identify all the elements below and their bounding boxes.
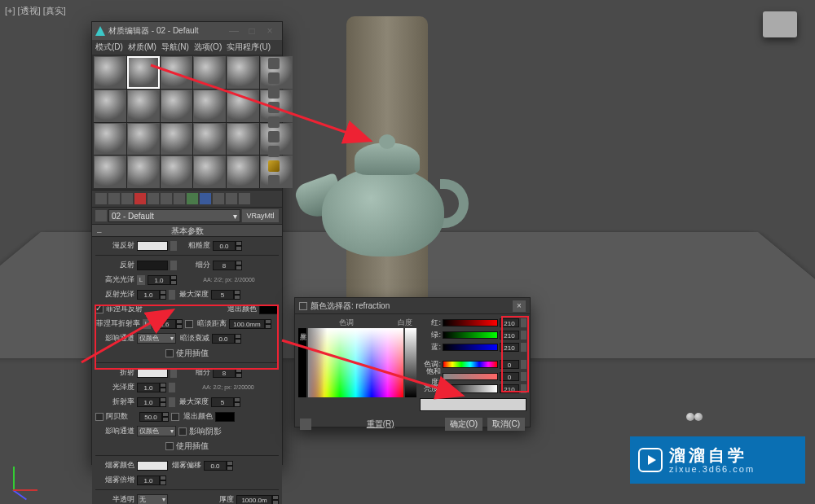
blackness-slider[interactable]: 黑度 (298, 328, 306, 397)
reflect-swatch[interactable] (137, 261, 168, 270)
reflect-gloss-spinner[interactable]: 1.0 (137, 290, 166, 300)
reflect-map-slot[interactable] (170, 261, 177, 270)
fog-color-swatch[interactable] (137, 461, 168, 471)
whiteness-slider[interactable] (405, 328, 416, 397)
material-slot[interactable] (94, 123, 126, 156)
slider-val[interactable] (443, 384, 498, 393)
make-copy-icon[interactable] (148, 193, 159, 204)
spinner-green[interactable] (521, 331, 526, 340)
refract-exitcolor-swatch[interactable] (215, 412, 235, 422)
go-forward-icon[interactable] (239, 193, 250, 204)
options-icon[interactable] (268, 146, 280, 157)
ior-spinner[interactable]: 1.0 (137, 397, 166, 407)
ok-button[interactable]: 确定(O) (445, 418, 482, 431)
reflect-subdiv-spinner[interactable]: 8 (213, 261, 242, 270)
material-slot[interactable] (227, 123, 259, 156)
material-slot[interactable] (227, 90, 259, 122)
material-slot[interactable] (127, 123, 160, 156)
material-slot[interactable] (227, 156, 259, 188)
cancel-button[interactable]: 取消(C) (487, 418, 525, 431)
slider-sat[interactable] (443, 373, 498, 380)
hue-sat-field[interactable] (308, 328, 403, 397)
dimdist-checkbox[interactable] (185, 320, 193, 328)
menu-navigate[interactable]: 导航(N) (161, 42, 189, 53)
affect-shadow-checkbox[interactable] (178, 427, 187, 436)
show-end-result-icon[interactable] (213, 193, 224, 204)
thickness-spinner[interactable]: 1000.0m (236, 495, 279, 505)
refract-maxdepth-spinner[interactable]: 5 (211, 397, 240, 407)
material-slot-selected[interactable] (127, 56, 160, 89)
sample-type-icon[interactable] (268, 58, 280, 69)
window-title-bar[interactable]: 材质编辑器 - 02 - Default — □ × (92, 22, 282, 40)
put-to-library-icon[interactable] (174, 193, 185, 204)
viewcube[interactable] (763, 11, 797, 37)
get-material-icon[interactable] (95, 193, 107, 204)
refract-interp-checkbox[interactable] (165, 442, 174, 450)
slider-hue[interactable] (443, 361, 498, 368)
preview-icon[interactable] (268, 131, 280, 142)
menu-mode[interactable]: 模式(D) (95, 42, 123, 53)
material-slot[interactable] (193, 90, 226, 122)
spinner-hue[interactable] (521, 360, 526, 369)
eyedropper-icon[interactable] (300, 419, 311, 430)
video-check-icon[interactable] (268, 116, 280, 128)
spinner-red[interactable] (521, 318, 526, 327)
reflect-affect-combo[interactable]: 仅颜色▾ (137, 333, 176, 344)
material-type-button[interactable]: VRayMtl (242, 209, 279, 222)
new-color-swatch[interactable] (420, 398, 526, 411)
show-in-viewport-icon[interactable] (200, 193, 211, 204)
material-slot[interactable] (227, 56, 259, 89)
refract-affect-combo[interactable]: 仅颜色▾ (137, 426, 176, 436)
material-slot[interactable] (161, 123, 193, 156)
dimdist-spinner[interactable]: 100.0mm (229, 319, 271, 329)
window-close[interactable]: × (261, 25, 279, 37)
color-picker-close[interactable]: × (513, 300, 526, 312)
roughness-spinner[interactable]: 0.0 (213, 241, 242, 251)
window-minimize[interactable]: — (225, 25, 243, 37)
diffuse-swatch[interactable] (137, 241, 168, 251)
slider-red[interactable] (443, 319, 498, 327)
reflect-exitcolor-swatch[interactable] (259, 305, 279, 314)
gloss-lock[interactable]: L (137, 275, 145, 285)
put-to-scene-icon[interactable] (108, 193, 120, 204)
fog-mult-spinner[interactable]: 1.0 (137, 476, 166, 485)
menu-material[interactable]: 材质(M) (128, 42, 156, 53)
material-slot[interactable] (193, 56, 226, 89)
refract-exitcolor-checkbox[interactable] (171, 413, 179, 421)
menu-options[interactable]: 选项(O) (194, 42, 222, 53)
section-basic-params[interactable]: – 基本参数 (92, 224, 282, 237)
refract-gloss-spinner[interactable]: 1.0 (137, 383, 166, 392)
color-picker-title-bar[interactable]: 颜色选择器: refraction × (295, 298, 530, 314)
abbe-checkbox[interactable] (95, 413, 104, 421)
material-slot[interactable] (193, 156, 226, 188)
material-name-dropdown[interactable]: 02 - Default ▾ (108, 209, 240, 222)
fresnel-ior-lock[interactable]: L (143, 319, 151, 329)
material-map-nav-icon[interactable] (268, 175, 280, 186)
diffuse-map-slot[interactable] (170, 241, 177, 251)
value-red[interactable]: 210 (500, 318, 519, 327)
rgloss-map-slot[interactable] (169, 290, 175, 300)
fresnel-ior-spinner[interactable]: 1.6 (153, 319, 183, 329)
material-slot[interactable] (94, 56, 126, 89)
assign-to-selection-icon[interactable] (121, 193, 133, 204)
rgloss2-map-slot[interactable] (169, 383, 175, 392)
refract-swatch[interactable] (137, 368, 168, 378)
trans-type-combo[interactable]: 无▾ (137, 494, 168, 504)
reset-map-icon[interactable] (134, 193, 146, 204)
spinner-val[interactable] (521, 384, 526, 393)
background-icon[interactable] (268, 87, 280, 99)
fog-bias-spinner[interactable]: 0.0 (204, 461, 233, 471)
value-val[interactable]: 210 (500, 384, 519, 393)
material-slot[interactable] (127, 156, 160, 188)
go-to-parent-icon[interactable] (226, 193, 237, 204)
refract-map-slot[interactable] (170, 368, 177, 378)
material-id-icon[interactable] (187, 193, 198, 204)
value-sat[interactable]: 0 (500, 372, 519, 381)
hilight-gloss-spinner[interactable]: 1.0 (148, 275, 177, 285)
make-unique-icon[interactable] (161, 193, 172, 204)
menu-utilities[interactable]: 实用程序(U) (227, 42, 271, 53)
select-by-material-icon[interactable] (268, 160, 280, 172)
window-maximize[interactable]: □ (243, 25, 261, 37)
fresnel-checkbox[interactable] (95, 305, 104, 313)
material-slot[interactable] (161, 90, 193, 122)
